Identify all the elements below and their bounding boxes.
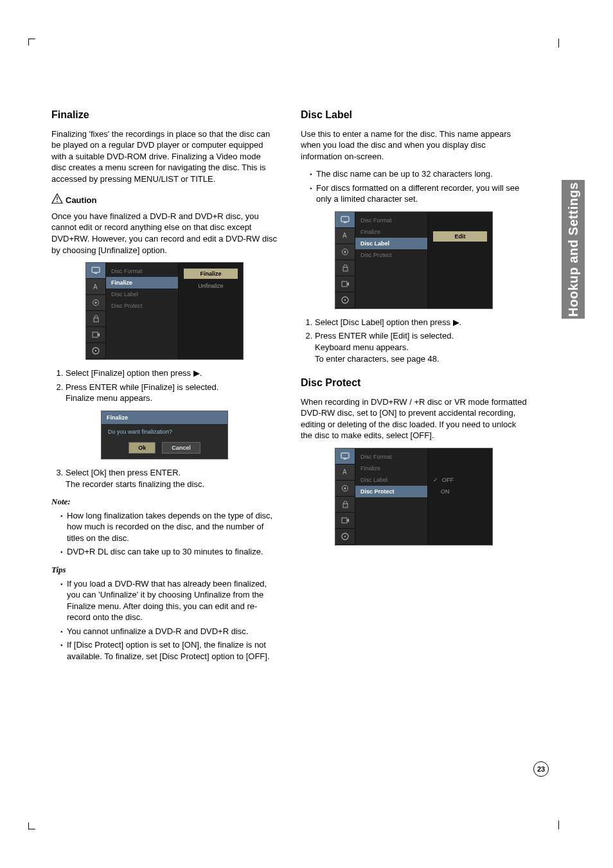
osd-menu-item: Disc Format (355, 215, 427, 226)
note-item: How long finalization takes depends on t… (60, 510, 278, 544)
disc-label-bullets: The disc name can be up to 32 characters… (301, 168, 527, 205)
osd-menu-item: Disc Protect (355, 249, 427, 261)
osd-on: ON (428, 486, 492, 497)
lock-icon (335, 497, 355, 513)
caution-label: Caution (66, 195, 96, 206)
tv-icon (335, 212, 355, 228)
step-text: Press ENTER while [Edit] is selected. (315, 331, 454, 341)
language-icon: A (335, 465, 355, 481)
osd-finalize: A Disc Format Finalize Disc Label Disc P… (85, 262, 244, 360)
heading-disc-label: Disc Label (301, 108, 527, 122)
svg-point-19 (344, 299, 346, 301)
osd-right-btn: Finalize (184, 269, 238, 279)
osd-off: OFF (428, 474, 492, 486)
heading-finalize: Finalize (51, 108, 278, 122)
step-text: Select [Disc Label] option then press ▶. (315, 317, 461, 327)
tip-item: If you load a DVD-RW that has already be… (60, 578, 278, 623)
language-icon: A (335, 228, 355, 244)
lock-icon (335, 260, 355, 276)
crop-mark (28, 822, 35, 829)
svg-text:A: A (342, 232, 347, 239)
svg-rect-16 (343, 267, 348, 271)
left-column: Finalize Finalizing 'fixes' the recordin… (51, 108, 278, 668)
finalize-intro: Finalizing 'fixes' the recordings in pla… (51, 128, 278, 185)
disc-label-steps: Select [Disc Label] option then press ▶.… (301, 317, 527, 364)
disc-icon (86, 343, 105, 359)
tips-heading: Tips (51, 564, 278, 576)
caution-icon (51, 193, 63, 207)
disc-icon (335, 529, 355, 545)
svg-point-15 (344, 251, 346, 252)
tv-icon (86, 263, 105, 279)
audio-icon (335, 244, 355, 260)
svg-text:A: A (342, 468, 347, 475)
osd-right-item: Unfinalize (179, 280, 243, 292)
note-heading: Note: (51, 496, 278, 508)
svg-rect-26 (342, 518, 347, 523)
lock-icon (86, 311, 105, 327)
osd-menu-item: Disc Protect (355, 486, 427, 497)
record-icon (86, 327, 105, 343)
svg-rect-3 (94, 273, 97, 274)
tips-list: If you load a DVD-RW that has already be… (51, 578, 278, 662)
svg-rect-25 (343, 504, 348, 508)
svg-point-24 (344, 487, 346, 489)
step-text: Press ENTER while [Finalize] is selected… (66, 382, 218, 392)
tip-item: You cannot unfinalize a DVD-R and DVD+R … (60, 626, 278, 637)
note-list: How long finalization takes depends on t… (51, 510, 278, 558)
audio-icon (86, 295, 105, 311)
crop-mark (558, 820, 559, 829)
crop-mark (558, 39, 559, 48)
svg-point-1 (57, 201, 58, 202)
finalize-steps: Select [Finalize] option then press ▶. P… (51, 368, 278, 404)
svg-rect-12 (344, 222, 346, 223)
disc-label-intro: Use this to enter a name for the disc. T… (301, 128, 527, 163)
finalize-steps-cont: Select [Ok] then press ENTER. The record… (51, 467, 278, 490)
dialog-title: Finalize (102, 411, 227, 424)
dialog-ok: Ok (129, 442, 155, 454)
svg-rect-8 (93, 332, 98, 337)
dialog-message: Do you want finalization? (102, 424, 227, 439)
content-columns: Finalize Finalizing 'fixes' the recordin… (51, 108, 527, 668)
step-text: Keyboard menu appears. (315, 342, 409, 352)
caution-row: Caution (51, 193, 278, 207)
audio-icon (335, 481, 355, 497)
step: Press ENTER while [Edit] is selected. Ke… (315, 330, 527, 364)
osd-disc-label: A Disc Format Finalize Disc Label Disc P… (335, 211, 493, 309)
svg-rect-20 (341, 453, 349, 458)
side-tab: Hookup and Settings (562, 180, 585, 319)
step-text: Finalize menu appears. (66, 393, 152, 403)
tip-item: If [Disc Protect] option is set to [ON],… (60, 639, 278, 662)
language-icon: A (86, 279, 105, 295)
disc-label-bullet: The disc name can be up to 32 characters… (310, 168, 527, 180)
tv-icon (335, 448, 355, 465)
svg-rect-2 (92, 267, 100, 272)
osd-menu-item: Disc Protect (106, 300, 178, 312)
svg-rect-7 (94, 318, 98, 322)
svg-point-10 (95, 350, 96, 351)
record-icon (335, 276, 355, 292)
osd-menu-item: Disc Label (355, 474, 427, 486)
record-icon (335, 513, 355, 529)
svg-text:A: A (93, 283, 98, 290)
crop-mark (28, 39, 35, 46)
osd-menu-item: Disc Label (355, 238, 427, 249)
heading-disc-protect: Disc Protect (301, 376, 527, 390)
step: Select [Disc Label] option then press ▶. (315, 317, 527, 328)
page-number: 23 (533, 761, 549, 777)
svg-rect-11 (341, 217, 349, 222)
osd-menu-item: Disc Format (355, 451, 427, 463)
osd-disc-protect: A Disc Format Finalize Disc Label Disc P… (335, 448, 493, 545)
step-text: The recorder starts finalizing the disc. (66, 479, 204, 489)
step: Select [Ok] then press ENTER. The record… (66, 467, 278, 490)
finalize-dialog: Finalize Do you want finalization? Ok Ca… (101, 411, 228, 459)
svg-rect-21 (344, 459, 346, 459)
disc-icon (335, 292, 355, 308)
osd-menu-item: Finalize (106, 277, 178, 288)
note-item: DVD+R DL disc can take up to 30 minutes … (60, 546, 278, 558)
osd-menu-item: Finalize (355, 226, 427, 238)
osd-menu-item: Finalize (355, 463, 427, 474)
step-text: Select [Ok] then press ENTER. (66, 468, 181, 477)
step-text: Select [Finalize] option then press ▶. (66, 368, 202, 378)
svg-point-6 (94, 301, 96, 303)
